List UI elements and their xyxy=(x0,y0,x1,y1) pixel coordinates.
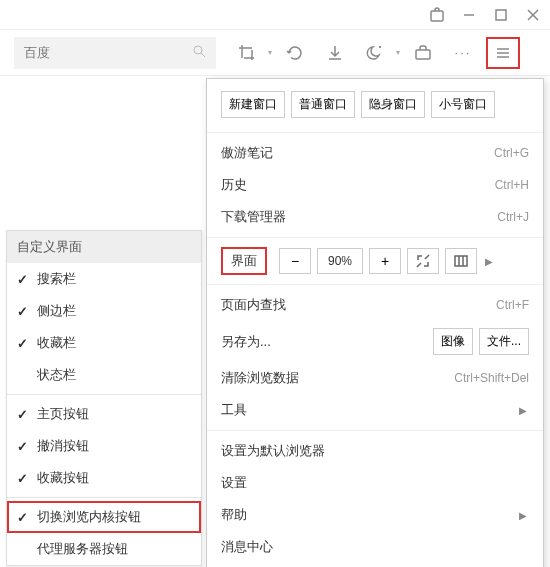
toggle-favorite-button[interactable]: 收藏按钮 xyxy=(7,462,201,494)
minimize-button[interactable] xyxy=(460,6,478,24)
svg-line-6 xyxy=(201,53,205,57)
menu-label: 另存为... xyxy=(221,333,271,351)
panel-title: 自定义界面 xyxy=(7,231,201,263)
chevron-down-icon[interactable]: ▾ xyxy=(396,48,400,57)
shortcut: Ctrl+H xyxy=(495,178,529,192)
menu-item-about[interactable]: 关于... xyxy=(207,563,543,567)
menu-item-downloads[interactable]: 下载管理器Ctrl+J xyxy=(207,201,543,233)
zoom-value: 90% xyxy=(317,248,363,274)
svg-point-5 xyxy=(194,46,202,54)
search-box[interactable] xyxy=(14,37,216,69)
customize-ui-panel: 自定义界面 搜索栏 侧边栏 收藏栏 状态栏 主页按钮 撤消按钮 收藏按钮 切换浏… xyxy=(6,230,202,566)
close-button[interactable] xyxy=(524,6,542,24)
chevron-right-icon: ▶ xyxy=(517,510,529,521)
incognito-window-button[interactable]: 隐身窗口 xyxy=(361,91,425,118)
shortcut: Ctrl+F xyxy=(496,298,529,312)
toggle-undo-button[interactable]: 撤消按钮 xyxy=(7,430,201,462)
toggle-proxy-button[interactable]: 代理服务器按钮 xyxy=(7,533,201,565)
menu-label: 清除浏览数据 xyxy=(221,369,299,387)
save-file-button[interactable]: 文件... xyxy=(479,328,529,355)
normal-window-button[interactable]: 普通窗口 xyxy=(291,91,355,118)
shortcut: Ctrl+J xyxy=(497,210,529,224)
main-menu: 新建窗口 普通窗口 隐身窗口 小号窗口 傲游笔记Ctrl+G 历史Ctrl+H … xyxy=(206,78,544,567)
chevron-right-icon[interactable]: ▶ xyxy=(483,256,495,267)
separator xyxy=(207,237,543,238)
chevron-down-icon[interactable]: ▾ xyxy=(268,48,272,57)
toggle-home-button[interactable]: 主页按钮 xyxy=(7,398,201,430)
menu-item-messages[interactable]: 消息中心 xyxy=(207,531,543,563)
night-mode-icon[interactable] xyxy=(358,37,392,69)
menu-button[interactable] xyxy=(486,37,520,69)
menu-label: 傲游笔记 xyxy=(221,144,273,162)
search-icon[interactable] xyxy=(192,44,206,61)
menu-item-history[interactable]: 历史Ctrl+H xyxy=(207,169,543,201)
titlebar xyxy=(0,0,550,30)
shortcut: Ctrl+Shift+Del xyxy=(454,371,529,385)
fullscreen-button[interactable] xyxy=(407,248,439,274)
menu-label: 历史 xyxy=(221,176,247,194)
refresh-icon[interactable] xyxy=(278,37,312,69)
svg-rect-7 xyxy=(416,50,430,59)
toggle-sidebar[interactable]: 侧边栏 xyxy=(7,295,201,327)
toolbar: ▾ ▾ ··· xyxy=(0,30,550,76)
menu-item-default-browser[interactable]: 设置为默认浏览器 xyxy=(207,435,543,467)
window-buttons-row: 新建窗口 普通窗口 隐身窗口 小号窗口 xyxy=(207,87,543,128)
new-window-button[interactable]: 新建窗口 xyxy=(221,91,285,118)
menu-item-clear-data[interactable]: 清除浏览数据Ctrl+Shift+Del xyxy=(207,362,543,394)
search-input[interactable] xyxy=(24,45,192,60)
save-image-button[interactable]: 图像 xyxy=(433,328,473,355)
menu-item-settings[interactable]: 设置 xyxy=(207,467,543,499)
menu-item-tools[interactable]: 工具▶ xyxy=(207,394,543,426)
zoom-row: 界面 − 90% + ▶ xyxy=(207,242,543,280)
menu-item-notes[interactable]: 傲游笔记Ctrl+G xyxy=(207,137,543,169)
zoom-out-button[interactable]: − xyxy=(279,248,311,274)
menu-label: 消息中心 xyxy=(221,538,273,556)
small-window-button[interactable]: 小号窗口 xyxy=(431,91,495,118)
menu-label: 工具 xyxy=(221,401,247,419)
separator xyxy=(207,132,543,133)
extension-icon[interactable] xyxy=(428,6,446,24)
crop-icon[interactable] xyxy=(230,37,264,69)
menu-label: 设置 xyxy=(221,474,247,492)
download-icon[interactable] xyxy=(318,37,352,69)
shortcut: Ctrl+G xyxy=(494,146,529,160)
toolbox-icon[interactable] xyxy=(406,37,440,69)
ui-label[interactable]: 界面 xyxy=(221,247,267,275)
menu-label: 设置为默认浏览器 xyxy=(221,442,325,460)
svg-rect-0 xyxy=(431,11,443,21)
chevron-right-icon: ▶ xyxy=(517,405,529,416)
menu-item-help[interactable]: 帮助▶ xyxy=(207,499,543,531)
menu-label: 下载管理器 xyxy=(221,208,286,226)
zoom-in-button[interactable]: + xyxy=(369,248,401,274)
menu-item-find[interactable]: 页面内查找Ctrl+F xyxy=(207,289,543,321)
separator xyxy=(207,284,543,285)
menu-label: 帮助 xyxy=(221,506,247,524)
toggle-kernel-switch-button[interactable]: 切换浏览内核按钮 xyxy=(7,501,201,533)
separator xyxy=(7,497,201,498)
maximize-button[interactable] xyxy=(492,6,510,24)
more-icon[interactable]: ··· xyxy=(446,37,480,69)
toggle-favorites-bar[interactable]: 收藏栏 xyxy=(7,327,201,359)
menu-label: 页面内查找 xyxy=(221,296,286,314)
split-view-button[interactable] xyxy=(445,248,477,274)
menu-item-saveas[interactable]: 另存为... 图像 文件... xyxy=(207,321,543,362)
svg-rect-2 xyxy=(496,10,506,20)
toggle-searchbar[interactable]: 搜索栏 xyxy=(7,263,201,295)
separator xyxy=(207,430,543,431)
svg-rect-11 xyxy=(455,256,467,266)
toggle-statusbar[interactable]: 状态栏 xyxy=(7,359,201,391)
separator xyxy=(7,394,201,395)
